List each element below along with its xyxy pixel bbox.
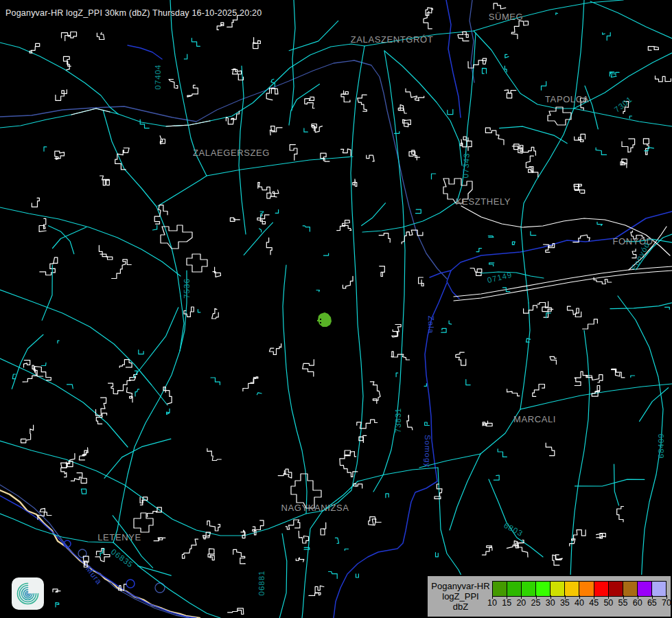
- legend-tick: 70: [656, 598, 672, 608]
- legend-swatch: [579, 581, 594, 597]
- road-network: [0, 0, 672, 618]
- legend-swatch: [638, 581, 652, 597]
- legend-swatch: [565, 581, 579, 597]
- met-spiral-logo: [12, 577, 44, 610]
- legend-station: Poganyvar-HR: [429, 581, 492, 591]
- river-lines-secondary: [0, 0, 474, 618]
- legend-swatch: [522, 581, 536, 597]
- map-canvas: [0, 0, 672, 618]
- legend-color-scale: [492, 581, 667, 595]
- legend-swatch: [594, 581, 609, 597]
- legend-swatch: [623, 581, 638, 597]
- legend-swatch: [652, 581, 667, 597]
- spiral-icon: [12, 577, 44, 610]
- river-lines: [0, 0, 672, 618]
- legend-swatch: [507, 581, 522, 597]
- radar-title: Poganyvar-HR logZ_PPI 30km (dbZ) Thursda…: [5, 8, 262, 18]
- dbz-legend: Poganyvar-HR logZ_PPI dbZ 10152025303540…: [426, 575, 672, 618]
- radar-screenshot: SÜMEGZALASZENTGRÓTTAPOLCAZALAEGERSZEGKES…: [0, 0, 672, 618]
- radar-echo-cell: [317, 312, 332, 327]
- settlement-outlines: [71, 107, 672, 532]
- legend-swatch: [492, 581, 507, 597]
- legend-swatch: [609, 581, 623, 597]
- legend-tick-labels: 10152025303540455055606570: [492, 598, 667, 609]
- legend-swatch: [551, 581, 565, 597]
- legend-swatch: [536, 581, 551, 597]
